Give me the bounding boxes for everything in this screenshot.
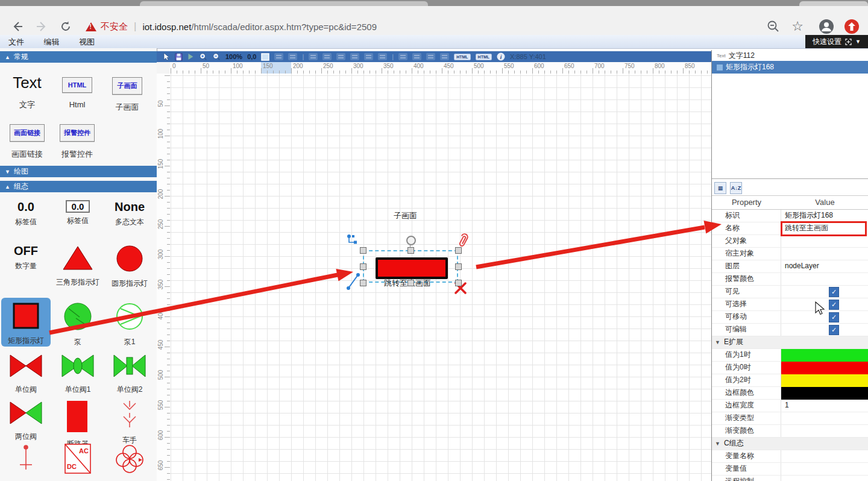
pointer-tool-icon[interactable]	[163, 52, 170, 61]
menu-file[interactable]: 文件	[0, 35, 33, 49]
sort-az-icon[interactable]: A↓Z	[730, 182, 742, 194]
checkbox-checked-icon[interactable]: ✓	[829, 312, 839, 322]
align-middle-icon[interactable]	[364, 53, 373, 60]
align-bottom-icon[interactable]	[378, 53, 387, 60]
palette-item-triangle-indicator[interactable]: 三角形指示灯	[52, 244, 104, 288]
property-value[interactable]: 1	[781, 400, 868, 412]
align-right-icon[interactable]	[336, 53, 345, 60]
html-export-icon[interactable]: HTML	[454, 54, 470, 60]
property-value[interactable]	[781, 450, 868, 462]
palette-item-alarm-control[interactable]: 报警控件 报警控件	[52, 124, 102, 160]
palette-item-two-way-valve[interactable]: 两位阀	[0, 400, 52, 448]
save-icon[interactable]	[175, 53, 183, 61]
property-value[interactable]: ✓	[781, 324, 868, 336]
category-collapse-icon[interactable]: ▼	[715, 441, 720, 447]
palette-item-breaker[interactable]: 断路器	[52, 400, 104, 448]
same-height-icon[interactable]	[412, 53, 421, 60]
canvas-subscreen-text[interactable]: 子画面	[394, 210, 417, 221]
palette-item-tag-value-boxed[interactable]: 0.0标签值	[52, 200, 104, 227]
security-warning-label[interactable]: 不安全	[101, 21, 128, 33]
zoom-out-tool-icon[interactable]	[212, 52, 221, 61]
browser-tab[interactable]	[140, 1, 428, 6]
address-bar[interactable]: 不安全 | iot.idosp.net/html/scada/editor.as…	[86, 18, 377, 35]
selection-handle[interactable]	[360, 263, 366, 270]
selection-handle[interactable]	[455, 263, 462, 270]
zoom-out-icon[interactable]	[766, 19, 781, 34]
quick-settings-button[interactable]: 快速设置 ▼	[805, 35, 868, 48]
align-center-icon[interactable]	[322, 53, 332, 60]
palette-item-handcart[interactable]: 车手	[104, 400, 156, 448]
selection-handle[interactable]	[455, 247, 462, 254]
run-icon[interactable]	[187, 53, 194, 60]
palette-item-valve2[interactable]: 单位阀2	[104, 353, 156, 394]
property-value[interactable]: ✓	[781, 286, 868, 298]
section-drawing[interactable]: ▼绘图	[0, 166, 157, 177]
palette-item-multistate-text[interactable]: None多态文本	[104, 200, 156, 227]
menu-view[interactable]: 视图	[71, 35, 103, 49]
palette-item-knife-switch[interactable]: 刀闸	[0, 443, 52, 481]
palette-item-inverter[interactable]: ACDC逆变器	[52, 443, 104, 481]
html-preview-icon[interactable]: HTML	[476, 54, 492, 60]
browser-update-icon[interactable]	[844, 19, 860, 34]
property-value[interactable]: nodeLayer	[781, 260, 868, 272]
zoom-in-icon[interactable]	[199, 52, 207, 61]
tree-item-text[interactable]: Text文字112	[712, 50, 868, 61]
copy-icon[interactable]	[274, 53, 283, 60]
distribute-v-icon[interactable]	[440, 53, 449, 60]
property-value[interactable]	[781, 412, 868, 424]
palette-item-pt[interactable]: PT	[104, 443, 156, 481]
palette-item-screen-link[interactable]: 画面链接 画面链接	[2, 124, 52, 160]
categorize-icon[interactable]: ▦	[714, 182, 726, 194]
color-swatch[interactable]	[781, 349, 868, 362]
align-top-icon[interactable]	[350, 53, 359, 60]
menu-edit[interactable]: 编辑	[35, 35, 68, 49]
palette-item-html[interactable]: HTML Html	[52, 77, 102, 109]
tree-item-selected[interactable]: 矩形指示灯168	[712, 61, 868, 74]
back-icon[interactable]	[10, 19, 25, 34]
palette-item-circle-indicator[interactable]: 圆形指示灯	[104, 244, 156, 288]
connect-adorner-icon[interactable]	[347, 234, 359, 246]
property-value[interactable]	[781, 362, 868, 374]
property-value[interactable]: 矩形指示灯168	[781, 210, 868, 222]
distribute-h-icon[interactable]	[426, 53, 435, 60]
palette-item-rect-indicator[interactable]: 矩形指示灯	[1, 298, 51, 347]
rotation-handle[interactable]	[406, 236, 416, 245]
property-value[interactable]	[781, 248, 868, 260]
section-general[interactable]: ▲常规	[0, 51, 157, 63]
property-value[interactable]	[781, 425, 868, 437]
selection-handle[interactable]	[407, 247, 414, 254]
bookmark-star-icon[interactable]: ☆	[790, 19, 805, 34]
palette-item-text[interactable]: Text 文字	[2, 74, 52, 110]
property-value[interactable]	[781, 463, 868, 475]
section-config[interactable]: ▲组态	[0, 181, 157, 192]
panel-tool-icon[interactable]	[261, 53, 269, 61]
color-swatch[interactable]	[781, 387, 868, 400]
palette-item-subscreen[interactable]: 子画面 子画面	[102, 77, 152, 113]
color-swatch[interactable]	[781, 362, 868, 374]
selection-handle[interactable]	[455, 280, 462, 286]
design-grid[interactable]: 子画面 跳转至上画面	[170, 74, 711, 481]
resize-adorner-icon[interactable]	[345, 272, 361, 292]
property-value[interactable]	[781, 235, 868, 247]
property-value[interactable]	[781, 374, 868, 386]
palette-item-pump[interactable]: 泵	[52, 301, 104, 347]
same-width-icon[interactable]	[398, 53, 407, 60]
property-value[interactable]	[781, 387, 868, 399]
align-left-icon[interactable]	[309, 53, 318, 60]
checkbox-checked-icon[interactable]: ✓	[829, 325, 839, 335]
palette-item-valve[interactable]: 单位阀	[0, 353, 52, 394]
reload-icon[interactable]	[58, 19, 74, 34]
selection-handle[interactable]	[360, 247, 366, 254]
property-value[interactable]: 跳转至主画面	[781, 222, 868, 234]
property-value[interactable]	[781, 349, 868, 361]
selection-handle[interactable]	[407, 280, 414, 286]
forward-icon[interactable]	[34, 19, 49, 34]
palette-item-tag-value[interactable]: 0.0标签值	[0, 200, 52, 227]
selection-handle[interactable]	[360, 280, 366, 286]
profile-avatar-icon[interactable]	[819, 19, 834, 34]
property-value[interactable]	[781, 273, 868, 285]
info-icon[interactable]: i	[497, 52, 505, 61]
color-swatch[interactable]	[781, 374, 868, 387]
checkbox-checked-icon[interactable]: ✓	[829, 287, 839, 297]
category-collapse-icon[interactable]: ▼	[715, 339, 720, 345]
